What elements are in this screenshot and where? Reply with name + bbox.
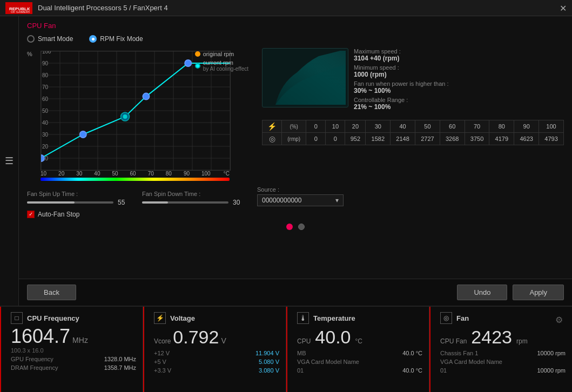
cpu-temp-row: CPU 40.0 °C <box>297 327 422 348</box>
5v-row: +5 V 5.080 V <box>154 359 279 365</box>
source-dropdown[interactable]: 00000000000 ▾ <box>257 194 344 206</box>
lightning-icon: ⚡ <box>263 120 282 133</box>
cpu-icon: □ <box>11 312 23 324</box>
temperature-panel: 🌡 Temperature CPU 40.0 °C MB 40.0 °C VGA… <box>286 307 429 392</box>
mb-temp-row: MB 40.0 °C <box>297 350 422 356</box>
auto-fan-checkbox[interactable] <box>27 211 35 218</box>
fan-panel: ◎ Fan CPU Fan 2423 rpm Chassis Fan 1 100… <box>429 307 572 392</box>
apply-button[interactable]: Apply <box>513 285 564 300</box>
cpu-freq-value: 1604.7 <box>11 327 70 346</box>
main-content: CPU Fan Smart Mode RPM Fix Mode % origin… <box>19 16 572 306</box>
chart-y-label: % <box>27 51 32 57</box>
vga-fan-row: VGA Card Model Name <box>440 359 566 365</box>
gpu-freq-row: GPU Frequency 1328.0 MHz <box>11 356 136 362</box>
legend-current-dot <box>195 63 200 69</box>
spin-down-track[interactable] <box>142 201 228 204</box>
vga-temp-row: VGA Card Model Name <box>297 359 422 365</box>
cpu-title: CPU Frequency <box>27 314 79 322</box>
rpm-fix-mode-label: RPM Fix Mode <box>100 35 143 43</box>
settings-icon[interactable]: ⚙ <box>555 315 563 325</box>
temperature-gradient-bar <box>41 178 230 181</box>
voltage-divider <box>143 307 144 392</box>
right-panel: Maximum speed : 3104 +40 (rpm) Minimum s… <box>262 48 564 181</box>
close-icon[interactable]: ✕ <box>560 3 567 13</box>
33v-row: +3.3 V 3.080 V <box>154 367 279 374</box>
smart-mode-radio[interactable] <box>27 35 35 43</box>
rog-logo: REPUBLIC OF GAMERS <box>5 2 32 14</box>
spin-up-label: Fan Spin Up Time : <box>27 191 131 197</box>
max-speed-row: Maximum speed : 3104 +40 (rpm) <box>354 48 564 62</box>
spin-up-group: Fan Spin Up Time : 55 <box>27 191 131 206</box>
auto-fan-row: Auto-Fan Stop <box>27 211 564 218</box>
dropdown-arrow-icon: ▾ <box>335 197 339 204</box>
top-right: Maximum speed : 3104 +40 (rpm) Minimum s… <box>262 48 564 113</box>
vcore-unit: V <box>221 336 226 345</box>
title-bar: REPUBLIC OF GAMERS Dual Intelligent Proc… <box>0 0 572 16</box>
percent-label: (%) <box>282 120 306 133</box>
fan-visual <box>262 48 348 107</box>
rpm-fix-mode-option[interactable]: RPM Fix Mode <box>89 35 143 43</box>
source-label: Source : <box>257 186 344 193</box>
cpu-fan-row: CPU Fan 2423 rpm <box>440 327 566 348</box>
cpu-main-value: 1604.7 MHz <box>11 327 136 346</box>
temp-title: Temperature <box>313 314 355 322</box>
pagination-dot-2[interactable] <box>298 224 305 230</box>
rpm-row: ◎ (rmp) 0 0 952 1582 2148 2727 3268 3750… <box>263 133 564 145</box>
spin-up-value: 55 <box>118 199 131 206</box>
cpu-fan-value: 2423 <box>471 327 512 348</box>
auto-fan-label: Auto-Fan Stop <box>38 211 79 218</box>
temp-labels: 10 20 30 40 50 60 70 80 90 100 °C <box>41 171 230 177</box>
voltage-panel: ⚡ Voltage Vcore 0.792 V +12 V 11.904 V +… <box>143 307 286 392</box>
temp-icon: 🌡 <box>297 312 309 324</box>
spin-down-group: Fan Spin Down Time : 30 <box>142 191 246 206</box>
smart-mode-label: Smart Mode <box>38 35 73 43</box>
dram-freq-row: DRAM Frequency 1358.7 MHz <box>11 364 136 371</box>
chassis-fan-row: Chassis Fan 1 10000 rpm <box>440 350 566 356</box>
voltage-title: Voltage <box>170 314 195 322</box>
chart-legend: original rpm current rpm by AI cooling-e… <box>195 51 248 72</box>
cpu-freq-unit: MHz <box>72 336 88 344</box>
app-title: Dual Intelligent Processors 5 / FanXpert… <box>38 4 168 12</box>
vcore-row: Vcore 0.792 V <box>154 327 279 348</box>
rpm-label: (rmp) <box>282 133 306 145</box>
voltage-icon: ⚡ <box>154 312 166 324</box>
spin-up-fill <box>27 201 75 204</box>
rpm-fix-mode-radio[interactable] <box>89 35 97 43</box>
spin-down-fill <box>142 201 168 204</box>
section-title: CPU Fan <box>27 22 564 30</box>
fan-stat-icon: ◎ <box>440 312 452 324</box>
vga01-temp-row: 01 40.0 °C <box>297 367 422 374</box>
spin-up-slider-row: 55 <box>27 199 131 206</box>
bottom-controls: Fan Spin Up Time : 55 Fan Spin Down Time… <box>27 186 564 206</box>
undo-button[interactable]: Undo <box>457 285 507 300</box>
cpu-divider <box>0 307 1 392</box>
content-row: % original rpm current rpm by AI <box>27 48 564 181</box>
sidebar: ☰ <box>0 16 19 306</box>
smart-mode-option[interactable]: Smart Mode <box>27 35 73 43</box>
voltage-header: ⚡ Voltage <box>154 312 279 324</box>
info-panel: Maximum speed : 3104 +40 (rpm) Minimum s… <box>354 48 564 113</box>
fan-header: ◎ Fan <box>440 312 566 324</box>
action-bar: Back Undo Apply <box>19 279 572 306</box>
legend-original-dot <box>195 51 200 57</box>
fan-divider <box>429 307 430 392</box>
pagination <box>27 224 564 230</box>
fan-title: Fan <box>456 314 469 322</box>
rpm-table: ⚡ (%) 0 10 20 30 40 50 60 70 80 90 100 <box>262 120 564 145</box>
stats-bar: □ CPU Frequency 1604.7 MHz 100.3 x 16.0 … <box>0 306 572 392</box>
rpm-table-section: ⚡ (%) 0 10 20 30 40 50 60 70 80 90 100 <box>262 120 564 145</box>
cpu-fan-unit: rpm <box>516 337 528 345</box>
source-value: 00000000000 <box>262 197 301 204</box>
vcore-value: 0.792 <box>173 327 219 348</box>
temp-header: 🌡 Temperature <box>297 312 422 324</box>
run-when-row: Fan run when power is higher than : 30% … <box>354 80 564 94</box>
spin-down-value: 30 <box>233 199 246 206</box>
back-button[interactable]: Back <box>27 285 76 300</box>
mode-row: Smart Mode RPM Fix Mode <box>27 35 564 43</box>
menu-icon[interactable]: ☰ <box>5 155 14 167</box>
min-speed-row: Minimum speed : 1000 (rpm) <box>354 64 564 78</box>
spin-down-slider-row: 30 <box>142 199 246 206</box>
spin-up-track[interactable] <box>27 201 113 204</box>
pagination-dot-1[interactable] <box>286 224 293 230</box>
range-row: Controllable Range : 21% ~ 100% <box>354 97 564 111</box>
